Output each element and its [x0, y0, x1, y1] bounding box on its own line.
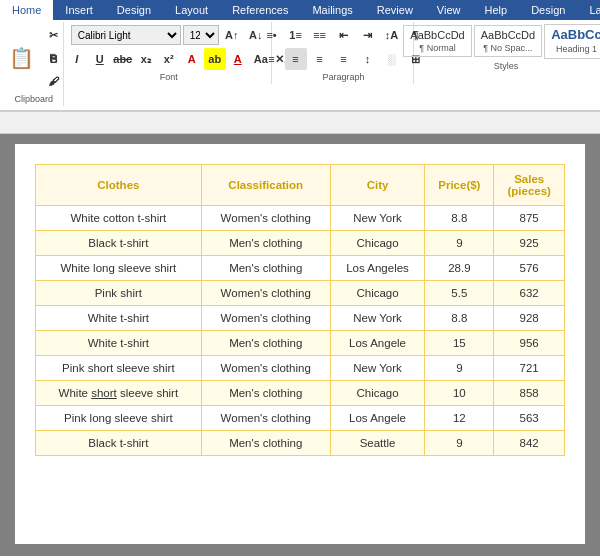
cell-sales: 721 [494, 356, 565, 381]
cell-city: New York [330, 206, 425, 231]
style-h1-button[interactable]: AaBbCc Heading 1 [544, 24, 600, 59]
cell-sales: 956 [494, 331, 565, 356]
tab-references[interactable]: References [220, 0, 300, 20]
cell-city: Los Angele [330, 406, 425, 431]
cell-classification: Women's clothing [201, 406, 330, 431]
cell-sales: 632 [494, 281, 565, 306]
font-family-select[interactable]: Calibri Light [71, 25, 181, 45]
multilevel-button[interactable]: ≡≡ [309, 24, 331, 46]
superscript-button[interactable]: x² [158, 48, 180, 70]
bullets-button[interactable]: ≡• [261, 24, 283, 46]
para-row2: ≡ ≡ ≡ ≡ ↕ ░ ⊞ [261, 48, 427, 70]
align-left-button[interactable]: ≡ [261, 48, 283, 70]
cut-button[interactable]: ✂ [43, 24, 65, 46]
align-center-button[interactable]: ≡ [285, 48, 307, 70]
cell-clothes: Black t-shirt [36, 431, 202, 456]
cell-classification: Men's clothing [201, 431, 330, 456]
cell-price: 10 [425, 381, 494, 406]
tab-layout2[interactable]: Layout [577, 0, 600, 20]
cell-classification: Women's clothing [201, 206, 330, 231]
tab-design[interactable]: Design [105, 0, 163, 20]
strikethrough-button[interactable]: abc [112, 48, 134, 70]
align-right-button[interactable]: ≡ [309, 48, 331, 70]
document-page: Clothes Classification City Price($) Sal… [15, 144, 585, 544]
grow-font-button[interactable]: A↑ [221, 24, 243, 46]
font-row1: Calibri Light 12 A↑ A↓ [71, 24, 267, 46]
sort-button[interactable]: ↕A [381, 24, 403, 46]
cell-price: 8.8 [425, 306, 494, 331]
tab-mailings[interactable]: Mailings [300, 0, 364, 20]
highlight-button[interactable]: ab [204, 48, 226, 70]
tab-layout[interactable]: Layout [163, 0, 220, 20]
cell-price: 5.5 [425, 281, 494, 306]
cell-sales: 875 [494, 206, 565, 231]
header-classification: Classification [201, 165, 330, 206]
cell-price: 15 [425, 331, 494, 356]
style-normal-button[interactable]: AaBbCcDd ¶ Normal [403, 25, 471, 57]
cell-city: Seattle [330, 431, 425, 456]
cell-clothes: White short sleeve shirt [36, 381, 202, 406]
tab-home[interactable]: Home [0, 0, 53, 20]
cell-sales: 858 [494, 381, 565, 406]
cell-city: New York [330, 306, 425, 331]
para-row1: ≡• 1≡ ≡≡ ⇤ ⇥ ↕A ¶ [261, 24, 427, 46]
table-row: White short sleeve shirt Men's clothing … [36, 381, 565, 406]
table-header-row: Clothes Classification City Price($) Sal… [36, 165, 565, 206]
cell-clothes: Pink short sleeve shirt [36, 356, 202, 381]
numbering-button[interactable]: 1≡ [285, 24, 307, 46]
tab-view[interactable]: View [425, 0, 473, 20]
ribbon: Home Insert Design Layout References Mai… [0, 0, 600, 112]
cell-classification: Women's clothing [201, 306, 330, 331]
justify-button[interactable]: ≡ [333, 48, 355, 70]
font-color-button[interactable]: A [227, 48, 249, 70]
styles-group: AaBbCcDd ¶ Normal AaBbCcDd ¶ No Spac... … [416, 22, 596, 73]
clipboard-label: Clipboard [14, 94, 53, 104]
shading-button[interactable]: ░ [381, 48, 403, 70]
cell-classification: Men's clothing [201, 256, 330, 281]
cell-city: Los Angeles [330, 256, 425, 281]
cell-city: New York [330, 356, 425, 381]
cell-price: 9 [425, 356, 494, 381]
styles-label: Styles [494, 61, 519, 71]
italic-button[interactable]: I [66, 48, 88, 70]
decrease-indent-button[interactable]: ⇤ [333, 24, 355, 46]
table-row: White long sleeve shirt Men's clothing L… [36, 256, 565, 281]
paste-button[interactable]: 📋 [3, 39, 41, 77]
cell-sales: 576 [494, 256, 565, 281]
underline-button[interactable]: U [89, 48, 111, 70]
cell-classification: Men's clothing [201, 231, 330, 256]
cell-clothes: Black t-shirt [36, 231, 202, 256]
clothes-table: Clothes Classification City Price($) Sal… [35, 164, 565, 456]
header-clothes: Clothes [36, 165, 202, 206]
bold-button[interactable]: B [43, 48, 65, 70]
tab-review[interactable]: Review [365, 0, 425, 20]
tab-design2[interactable]: Design [519, 0, 577, 20]
cell-city: Chicago [330, 381, 425, 406]
cell-clothes: Pink shirt [36, 281, 202, 306]
cell-classification: Men's clothing [201, 381, 330, 406]
header-price: Price($) [425, 165, 494, 206]
cell-sales: 928 [494, 306, 565, 331]
font-size-select[interactable]: 12 [183, 25, 219, 45]
cell-clothes: Pink long sleeve shirt [36, 406, 202, 431]
line-spacing-button[interactable]: ↕ [357, 48, 379, 70]
ribbon-content: 📋 ✂ ⎘ 🖌 Clipboard Calibri Light 12 A↑ A↓ [0, 20, 600, 111]
tab-insert[interactable]: Insert [53, 0, 105, 20]
tab-help[interactable]: Help [473, 0, 520, 20]
cell-price: 9 [425, 431, 494, 456]
table-row: Black t-shirt Men's clothing Seattle 9 8… [36, 431, 565, 456]
table-row: Pink shirt Women's clothing Chicago 5.5 … [36, 281, 565, 306]
cell-city: Chicago [330, 231, 425, 256]
format-painter-button[interactable]: 🖌 [43, 70, 65, 92]
styles-row: AaBbCcDd ¶ Normal AaBbCcDd ¶ No Spac... … [403, 24, 600, 59]
style-nospace-button[interactable]: AaBbCcDd ¶ No Spac... [474, 25, 542, 57]
subscript-button[interactable]: x₂ [135, 48, 157, 70]
table-row: White t-shirt Men's clothing Los Angele … [36, 331, 565, 356]
increase-indent-button[interactable]: ⇥ [357, 24, 379, 46]
cell-clothes: White t-shirt [36, 306, 202, 331]
text-effects-button[interactable]: A [181, 48, 203, 70]
cell-classification: Women's clothing [201, 356, 330, 381]
paragraph-group: ≡• 1≡ ≡≡ ⇤ ⇥ ↕A ¶ ≡ ≡ ≡ ≡ ↕ ░ ⊞ Paragrap… [274, 22, 414, 84]
document-area: Clothes Classification City Price($) Sal… [0, 134, 600, 556]
cell-city: Los Angele [330, 331, 425, 356]
